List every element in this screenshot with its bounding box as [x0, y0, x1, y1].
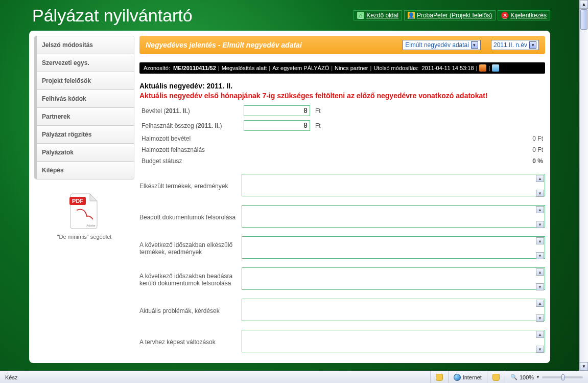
textarea-label: A tervhez képest változások: [139, 339, 242, 346]
main-content: Negyedéves jelentés - Elmúlt negyedév ad…: [139, 36, 545, 358]
sidebar-item-new-app[interactable]: Pályázat rögzítés: [35, 126, 134, 144]
textarea-input-0[interactable]: [242, 174, 545, 196]
logout-link-label: Kijelentkezés: [510, 12, 547, 19]
zoom-out-icon[interactable]: 🔍: [510, 374, 518, 380]
felhasznalt-input[interactable]: [244, 120, 310, 131]
textarea-label: A következő időszakban elkészülő terméke…: [139, 241, 242, 256]
user-link-label: ProbaPeter (Projekt felelős): [417, 12, 492, 19]
textarea-label: A következő időszakban beadásra kerülő d…: [139, 273, 242, 287]
monitor-icon[interactable]: [492, 64, 499, 72]
textarea-row: A következő időszakban elkészülő terméke…: [139, 236, 545, 260]
sidebar-item-password[interactable]: Jelszó módosítás: [35, 36, 134, 54]
sum-budget-label: Budget státusz: [139, 155, 405, 167]
textarea-input-4[interactable]: [242, 299, 545, 321]
textarea-spin-up[interactable]: ▲: [536, 206, 544, 213]
home-link[interactable]: ⌂ Kezdő oldal: [354, 10, 402, 20]
textarea-row: Elkészült termékek, eredmények▲▼: [139, 174, 545, 198]
textarea-spin-up[interactable]: ▲: [536, 331, 544, 338]
pdf-helper[interactable]: PDF Adobe "De minimis" segédlet: [34, 190, 134, 240]
svg-text:PDF: PDF: [72, 198, 83, 204]
sidebar-item-org[interactable]: Szervezeti egys.: [35, 54, 134, 72]
house-icon[interactable]: [479, 64, 486, 72]
zoom-slider-handle[interactable]: [561, 374, 565, 380]
bevetel-unit: Ft: [313, 103, 405, 118]
section-title: Negyedéves jelentés - Elmúlt negyedév ad…: [146, 41, 399, 49]
user-icon: 👤: [408, 12, 415, 19]
status-zone[interactable]: Internet: [448, 371, 487, 383]
sidebar-item-exit[interactable]: Kilépés: [35, 162, 134, 179]
content-card: Jelszó módosítás Szervezeti egys. Projek…: [29, 31, 550, 363]
close-icon: ✕: [501, 12, 508, 19]
sum-felh-value: 0 Ft: [405, 144, 545, 155]
pdf-icon: PDF Adobe: [66, 190, 102, 231]
status-security[interactable]: [430, 371, 448, 383]
textarea-input-1[interactable]: [242, 205, 545, 228]
period-select[interactable]: 2011.II. n.év ▾: [491, 40, 539, 50]
felhasznalt-label: Felhasznált összeg (2011. II.): [139, 118, 242, 133]
data-scope-select[interactable]: Elmúlt negyedév adatai ▾: [403, 40, 481, 50]
info-id: ME/20110411/52: [173, 65, 216, 71]
logout-link[interactable]: ✕ Kijelentkezés: [498, 10, 550, 20]
info-mod-time: 2011-04-11 14:53:18: [421, 65, 474, 71]
textarea-input-2[interactable]: [242, 236, 545, 259]
scroll-up-button[interactable]: ▲: [580, 0, 588, 9]
info-partner: Nincs partner: [335, 65, 368, 71]
sidebar-item-partners[interactable]: Partnerek: [35, 108, 134, 126]
status-zone-label: Internet: [463, 374, 482, 380]
info-bar: Azonosító: ME/20110411/52 Megvalósítás a…: [139, 62, 545, 74]
textarea-spin-down[interactable]: ▼: [536, 252, 544, 259]
sidebar-item-managers[interactable]: Projekt felelősök: [35, 72, 134, 90]
info-id-prefix: Azonosító:: [144, 65, 170, 71]
scroll-track[interactable]: [580, 30, 588, 362]
globe-icon: [454, 374, 461, 381]
chevron-down-icon[interactable]: ▼: [536, 375, 540, 379]
pdf-caption: "De minimis" segédlet: [34, 234, 134, 240]
form-area: Aktuális negyedév: 2011. II. Aktuális ne…: [139, 74, 545, 358]
zoom-value: 100%: [520, 374, 534, 380]
home-link-label: Kezdő oldal: [366, 12, 398, 19]
home-icon: ⌂: [357, 12, 364, 19]
scroll-down-button[interactable]: ▼: [580, 362, 588, 371]
textarea-label: Elkészült termékek, eredmények: [139, 183, 242, 190]
sidebar-item-apps[interactable]: Pályázatok: [35, 144, 134, 162]
info-mod-prefix: Utolsó módosítás:: [373, 65, 418, 71]
felhasznalt-unit: Ft: [313, 118, 405, 133]
textarea-spin-down[interactable]: ▼: [536, 314, 544, 322]
textarea-label: Beadott dokumentumok felsorolása: [139, 214, 242, 221]
user-link[interactable]: 👤 ProbaPeter (Projekt felelős): [404, 10, 496, 20]
sum-budget-value: 0 %: [405, 155, 545, 167]
textarea-input-3[interactable]: [242, 267, 545, 290]
textarea-spin-up[interactable]: ▲: [536, 268, 544, 276]
bevetel-input[interactable]: [244, 105, 310, 116]
textarea-row: A tervhez képest változások▲▼: [139, 330, 545, 354]
svg-text:Adobe: Adobe: [86, 224, 96, 227]
textarea-row: Aktuális problémák, kérdések▲▼: [139, 299, 545, 323]
shield-icon: [492, 374, 500, 381]
info-role: Az egyetem PÁLYÁZÓ: [272, 65, 329, 71]
status-bar: Kész Internet 🔍 100% ▼: [0, 371, 588, 383]
zoom-control[interactable]: 🔍 100% ▼: [505, 371, 588, 383]
textarea-spin-up[interactable]: ▲: [536, 175, 544, 182]
shield-icon: [436, 374, 443, 381]
vertical-scrollbar[interactable]: ▲ ▼: [579, 0, 588, 371]
period-value: 2011.II. n.év: [493, 41, 527, 49]
sidebar-item-call-codes[interactable]: Felhívás kódok: [35, 90, 134, 108]
top-bar: Pályázat nyilvántartó ⌂ Kezdő oldal 👤 Pr…: [29, 0, 550, 31]
textarea-spin-down[interactable]: ▼: [536, 283, 544, 290]
status-left: Kész: [0, 371, 22, 383]
sum-bevetel-label: Halmozott bevétel: [139, 133, 405, 144]
zoom-slider[interactable]: [542, 376, 583, 378]
textarea-spin-down[interactable]: ▼: [536, 221, 544, 228]
app-title: Pályázat nyilvántartó: [32, 6, 354, 26]
sidebar: Jelszó módosítás Szervezeti egys. Projek…: [34, 36, 134, 358]
scroll-thumb[interactable]: [580, 9, 587, 30]
top-links: ⌂ Kezdő oldal 👤 ProbaPeter (Projekt fele…: [354, 10, 550, 20]
textarea-spin-down[interactable]: ▼: [536, 190, 544, 197]
chevron-down-icon: ▾: [471, 41, 478, 49]
textarea-spin-up[interactable]: ▲: [536, 300, 544, 307]
status-protected-mode[interactable]: [487, 371, 505, 383]
chevron-down-icon: ▾: [529, 41, 536, 49]
textarea-input-5[interactable]: [242, 330, 545, 352]
textarea-spin-up[interactable]: ▲: [536, 237, 544, 244]
textarea-spin-down[interactable]: ▼: [536, 346, 544, 353]
